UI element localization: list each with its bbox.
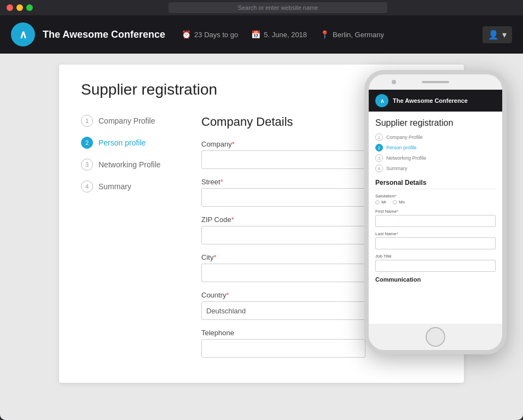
app-header: ∧ The Awesome Conference ⏰ 23 Days to go… [0, 15, 523, 54]
phone-lastname-input[interactable] [375, 237, 496, 249]
maximize-button[interactable] [26, 4, 33, 11]
phone-step-2-num: 2 [375, 144, 383, 151]
city-required: * [213, 253, 216, 261]
main-content: Supplier registration 1 Company Profile … [0, 54, 523, 420]
date-text: 5. June, 2018 [264, 31, 307, 39]
mac-window: Search or enter website name ∧ The Aweso… [0, 0, 523, 420]
phone-lastname-label: Last Name* [375, 231, 496, 236]
telephone-input[interactable] [201, 339, 365, 358]
phone-jobtitle-group: Job Title [375, 254, 496, 272]
phone-step-3-label: Networking Profile [386, 155, 426, 161]
phone-step-1-label: Company Profile [386, 135, 423, 140]
header-meta: ⏰ 23 Days to go 📅 5. June, 2018 📍 Berlin… [182, 30, 483, 39]
country-input[interactable] [201, 301, 365, 320]
calendar-icon: 📅 [251, 30, 260, 39]
phone-step-4-label: Summary [386, 166, 408, 171]
phone-camera [392, 80, 396, 84]
company-input[interactable] [201, 150, 365, 169]
countdown-text: 23 Days to go [194, 31, 238, 39]
steps-sidebar: 1 Company Profile 2 Person profile 3 Net… [81, 115, 179, 366]
phone-wrapper: ∧ The Awesome Conference Supplier regist… [364, 59, 507, 415]
phone-firstname-group: First Name* [375, 209, 496, 227]
step-2[interactable]: 2 Person profile [81, 137, 179, 149]
address-bar[interactable]: Search or enter website name [168, 2, 387, 13]
phone-home-button[interactable] [426, 327, 445, 347]
step-1-number: 1 [81, 115, 93, 127]
step-3-number: 3 [81, 159, 93, 171]
step-2-number: 2 [81, 137, 93, 149]
company-required: * [232, 140, 235, 148]
phone-communication-title: Communication [375, 276, 496, 283]
phone-frame: ∧ The Awesome Conference Supplier regist… [364, 70, 507, 354]
phone-salutation-options: Mr Ms [375, 200, 496, 205]
step-1[interactable]: 1 Company Profile [81, 115, 179, 127]
phone-step-2[interactable]: 2 Person profile [375, 144, 496, 151]
app-title: The Awesome Conference [43, 29, 165, 40]
step-4[interactable]: 4 Summary [81, 180, 179, 192]
phone-firstname-label: First Name* [375, 209, 496, 214]
city-input[interactable] [201, 264, 365, 282]
phone-step-2-label: Person profile [386, 145, 417, 150]
user-icon: 👤 [488, 30, 499, 40]
title-bar: Search or enter website name [0, 0, 523, 15]
phone-radio-mr-circle [375, 200, 380, 205]
phone-content: Supplier registration 1 Company Profile … [369, 112, 502, 324]
date-item: 📅 5. June, 2018 [251, 30, 307, 39]
step-3-label: Networking Profile [98, 160, 161, 169]
minimize-button[interactable] [16, 4, 23, 11]
phone-step-4[interactable]: 4 Summary [375, 165, 496, 172]
street-required: * [220, 178, 223, 186]
phone-step-1[interactable]: 1 Company Profile [375, 133, 496, 141]
traffic-lights [7, 4, 33, 11]
phone-speaker [422, 81, 449, 83]
phone-screen: ∧ The Awesome Conference Supplier regist… [369, 90, 502, 324]
phone-jobtitle-label: Job Title [375, 254, 496, 259]
user-dropdown-arrow: ▾ [502, 30, 507, 40]
clock-icon: ⏰ [182, 30, 191, 39]
phone-logo: ∧ [375, 94, 388, 107]
phone-salutation-group: Salutation* Mr Ms [375, 194, 496, 205]
phone-lastname-group: Last Name* [375, 231, 496, 249]
close-button[interactable] [7, 4, 13, 11]
phone-radio-mr-label: Mr [381, 200, 386, 205]
phone-section-title: Personal Details [375, 179, 496, 189]
zip-required: * [231, 215, 234, 224]
user-menu[interactable]: 👤 ▾ [483, 26, 512, 43]
zip-input[interactable] [201, 226, 365, 244]
phone-step-3-num: 3 [375, 154, 383, 162]
phone-firstname-input[interactable] [375, 215, 496, 227]
step-4-number: 4 [81, 180, 93, 192]
phone-page-title: Supplier registration [375, 118, 496, 128]
phone-jobtitle-input[interactable] [375, 260, 496, 272]
address-bar-text: Search or enter website name [238, 4, 318, 11]
step-1-label: Company Profile [98, 116, 155, 125]
location-text: Berlin, Germany [333, 31, 384, 39]
phone-steps: 1 Company Profile 2 Person profile 3 Net… [375, 133, 496, 172]
phone-radio-ms[interactable]: Ms [393, 200, 405, 205]
phone-radio-ms-circle [393, 200, 397, 205]
logo: ∧ [11, 22, 35, 46]
phone-step-3[interactable]: 3 Networking Profile [375, 154, 496, 162]
location-icon: 📍 [320, 30, 329, 39]
country-required: * [226, 291, 229, 299]
phone-step-4-num: 4 [375, 165, 383, 172]
street-input[interactable] [201, 188, 365, 207]
phone-header: ∧ The Awesome Conference [369, 90, 502, 112]
step-3[interactable]: 3 Networking Profile [81, 159, 179, 171]
phone-salutation-label: Salutation* [375, 194, 496, 199]
countdown-item: ⏰ 23 Days to go [182, 30, 238, 39]
phone-radio-mr[interactable]: Mr [375, 200, 386, 205]
phone-app-title: The Awesome Conference [393, 97, 468, 104]
logo-icon: ∧ [19, 28, 27, 41]
phone-radio-ms-label: Ms [399, 200, 405, 205]
location-item: 📍 Berlin, Germany [320, 30, 384, 39]
step-2-label: Person profile [98, 138, 146, 147]
step-4-label: Summary [98, 182, 131, 191]
phone-step-1-num: 1 [375, 133, 383, 141]
